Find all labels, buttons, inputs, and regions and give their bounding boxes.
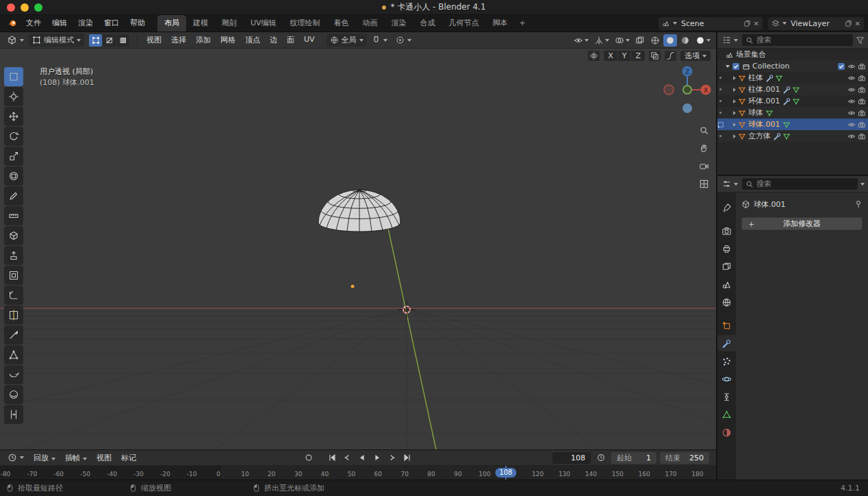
viewport-menu-面[interactable]: 面	[282, 35, 299, 45]
properties-tab-world[interactable]	[717, 294, 736, 310]
tool-smooth[interactable]	[4, 385, 23, 404]
playhead-badge[interactable]: 108	[495, 468, 516, 478]
modifier-wrench-icon[interactable]	[782, 86, 791, 94]
transform-orientation-selector[interactable]: 全局	[327, 34, 367, 47]
minimize-button[interactable]	[21, 3, 29, 12]
tool-measure[interactable]	[4, 206, 23, 225]
editor-type-properties-icon[interactable]	[721, 178, 739, 190]
tool-move[interactable]	[4, 107, 23, 126]
timeline-menu-回放[interactable]: 回放	[29, 453, 60, 463]
object-name[interactable]: 球体.001	[748, 119, 780, 129]
hide-in-viewport-icon[interactable]	[847, 109, 856, 117]
properties-tab-object-data[interactable]	[717, 406, 736, 423]
gizmos-icon[interactable]	[592, 34, 611, 47]
hide-in-viewport-icon[interactable]	[847, 86, 856, 94]
viewport-menu-视图[interactable]: 视图	[142, 35, 166, 45]
snap-icon[interactable]	[649, 51, 661, 61]
tool-options-dropdown[interactable]: 选项	[680, 51, 711, 61]
workspace-tab-着色[interactable]: 着色	[327, 15, 356, 32]
viewport-menu-UV[interactable]: UV	[299, 35, 320, 45]
use-preview-range-clock-icon[interactable]	[594, 451, 608, 464]
viewport-canvas[interactable]: 用户透视 (局部) (108) 球体.001 XYZ	[0, 49, 716, 449]
add-workspace-button[interactable]: +	[515, 15, 531, 32]
viewport-menu-网格[interactable]: 网格	[216, 35, 240, 45]
properties-tab-modifiers[interactable]	[717, 335, 736, 351]
face-select-icon[interactable]	[116, 34, 129, 47]
workspace-tab-渲染[interactable]: 渲染	[385, 15, 413, 32]
workspace-tab-雕刻[interactable]: 雕刻	[215, 15, 244, 32]
properties-tab-physics[interactable]	[717, 371, 736, 387]
outliner-row-球体[interactable]: 球体	[717, 107, 868, 119]
close-button[interactable]	[7, 3, 15, 12]
unlink-scene-icon[interactable]: ✕	[754, 20, 759, 27]
viewport-menu-选择[interactable]: 选择	[166, 35, 191, 45]
mesh-data-icon[interactable]	[782, 132, 791, 140]
disable-in-renders-icon[interactable]	[858, 109, 866, 117]
collection-checkbox-icon[interactable]	[732, 62, 740, 71]
workspace-tab-合成[interactable]: 合成	[413, 15, 442, 32]
object-name[interactable]: 立方体	[748, 131, 771, 141]
object-name[interactable]: 环体.001	[748, 96, 780, 106]
tool-rotate[interactable]	[4, 127, 23, 146]
viewport-menu-添加[interactable]: 添加	[191, 35, 216, 45]
tool-knife[interactable]	[4, 325, 23, 345]
object-name[interactable]: 柱体.001	[748, 84, 780, 95]
modifier-wrench-icon[interactable]	[782, 97, 791, 106]
jump-to-end-button[interactable]	[400, 451, 414, 464]
mirror-axis-z-button[interactable]: Z	[631, 51, 645, 61]
properties-tab-scene[interactable]	[717, 276, 736, 293]
outliner-row-柱体[interactable]: 柱体	[717, 72, 868, 84]
properties-tab-render[interactable]	[717, 223, 736, 239]
mode-selector[interactable]: 编辑模式	[29, 34, 84, 47]
workspace-tab-纹理绘制[interactable]: 纹理绘制	[283, 15, 327, 32]
mesh-data-icon[interactable]	[782, 121, 791, 129]
properties-tab-material[interactable]	[717, 424, 736, 441]
viewport-menu-顶点[interactable]: 顶点	[240, 35, 265, 45]
outliner-row-collection[interactable]: Collection	[717, 60, 868, 72]
outliner-row-环体.001[interactable]: 环体.001	[717, 95, 868, 107]
outliner-filter-icon[interactable]	[856, 36, 865, 45]
object-name[interactable]: 球体	[748, 108, 763, 118]
mesh-data-icon[interactable]	[775, 74, 783, 82]
disable-in-renders-icon[interactable]	[858, 97, 866, 106]
tool-bevel[interactable]	[4, 286, 23, 305]
timeline-menu-标记[interactable]: 标记	[116, 453, 141, 463]
object-expand-icon[interactable]	[733, 99, 736, 103]
timeline-menu-视图[interactable]: 视图	[92, 453, 116, 463]
outliner-row-球体.001[interactable]: 球体.001	[717, 119, 868, 130]
workspace-tab-动画[interactable]: 动画	[356, 15, 385, 32]
disable-in-renders-icon[interactable]	[858, 74, 866, 82]
properties-tab-particles[interactable]	[717, 353, 736, 369]
jump-to-start-button[interactable]	[325, 451, 339, 464]
tool-extrude-region[interactable]	[4, 246, 23, 265]
object-expand-icon[interactable]	[733, 123, 736, 127]
frame-start-field[interactable]: 起始 1	[611, 452, 656, 464]
properties-tab-view-layer[interactable]	[717, 258, 736, 275]
hide-in-viewport-icon[interactable]	[847, 132, 856, 140]
modifier-wrench-icon[interactable]	[765, 74, 774, 82]
navigation-gizmo[interactable]: Z X	[661, 64, 713, 116]
disable-in-renders-icon[interactable]	[858, 62, 866, 71]
tool-poly-build[interactable]	[4, 345, 23, 364]
tool-inset-faces[interactable]	[4, 266, 23, 285]
hide-in-viewport-icon[interactable]	[847, 62, 856, 71]
tool-spin[interactable]	[4, 365, 23, 384]
menu-编辑[interactable]: 编辑	[47, 15, 73, 32]
editor-type-timeline-icon[interactable]	[4, 451, 27, 464]
properties-options-chevron-icon[interactable]	[860, 183, 865, 186]
gizmo-neg-z-axis[interactable]	[682, 103, 692, 113]
object-expand-icon[interactable]	[733, 76, 736, 80]
mesh-data-icon[interactable]	[765, 109, 774, 117]
pin-icon[interactable]	[854, 200, 863, 208]
shading-rendered-icon[interactable]	[693, 34, 713, 47]
object-expand-icon[interactable]	[733, 134, 736, 138]
tool-add-cube[interactable]	[4, 226, 23, 245]
camera-view-icon[interactable]	[695, 158, 712, 173]
remove-viewlayer-icon[interactable]: ✕	[855, 20, 860, 27]
tool-annotate[interactable]	[4, 186, 23, 206]
menu-帮助[interactable]: 帮助	[125, 15, 151, 32]
play-reverse-button[interactable]	[355, 451, 369, 464]
tool-scale[interactable]	[4, 147, 23, 166]
play-button[interactable]	[370, 451, 384, 464]
disable-in-renders-icon[interactable]	[858, 132, 866, 140]
